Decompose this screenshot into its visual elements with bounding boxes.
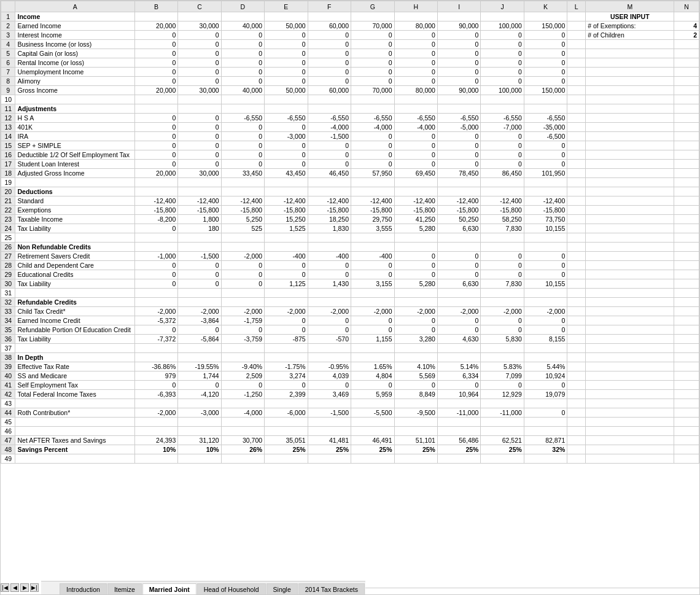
cell-48-c[interactable]: 10% [178,445,221,454]
cell-1-g[interactable] [351,12,394,21]
cell-21-k[interactable]: -12,400 [524,196,567,206]
cell-17-i[interactable]: 0 [437,160,480,169]
cell-42-k[interactable]: 19,079 [524,390,567,399]
cell-48-a[interactable]: Savings Percent [15,445,134,454]
cell-4-b[interactable]: 0 [134,40,177,49]
cell-48-b[interactable]: 10% [134,445,177,454]
cell-18-f[interactable]: 46,450 [308,169,351,178]
cell-47-h[interactable]: 51,101 [394,436,437,445]
cell-4-j[interactable]: 0 [481,40,524,49]
cell-41-k[interactable]: 0 [524,381,567,390]
cell-33-c[interactable]: -2,000 [178,307,221,316]
cell-12-j[interactable]: -6,550 [481,114,524,123]
cell-42-f[interactable]: 3,469 [308,390,351,399]
cell-5-c[interactable]: 0 [178,49,221,58]
cell-5-g[interactable]: 0 [351,49,394,58]
cell-34-i[interactable]: 0 [437,316,480,325]
cell-14-f[interactable]: -1,500 [308,132,351,141]
cell-41-e[interactable]: 0 [265,381,308,390]
cell-24-k[interactable]: 10,155 [524,224,567,233]
cell-13-f[interactable]: -4,000 [308,123,351,132]
cell-6-i[interactable]: 0 [437,58,480,68]
cell-8-j[interactable]: 0 [481,77,524,86]
cell-21-d[interactable]: -12,400 [221,196,264,206]
cell-13-j[interactable]: -7,000 [481,123,524,132]
cell-1-a[interactable]: Income [15,12,134,21]
cell-27-f[interactable]: -400 [308,252,351,261]
cell-21-a[interactable]: Standard [15,196,134,206]
cell-14-g[interactable]: 0 [351,132,394,141]
cell-26-f[interactable] [308,243,351,252]
cell-36-j[interactable]: 5,830 [481,335,524,344]
cell-36-i[interactable]: 4,630 [437,335,480,344]
cell-8-g[interactable]: 0 [351,77,394,86]
cell-39-d[interactable]: -9.40% [221,362,264,371]
cell-20-j[interactable] [481,187,524,196]
cell-9-d[interactable]: 40,000 [221,86,264,95]
cell-23-g[interactable]: 29,750 [351,215,394,224]
cell-39-h[interactable]: 4.10% [394,362,437,371]
cell-30-i[interactable]: 6,630 [437,279,480,289]
cell-27-k[interactable]: 0 [524,252,567,261]
cell-12-g[interactable]: -6,550 [351,114,394,123]
cell-2-i[interactable]: 90,000 [437,21,480,31]
cell-22-h[interactable]: -15,800 [394,206,437,215]
cell-14-d[interactable]: 0 [221,132,264,141]
cell-1-h[interactable] [394,12,437,21]
cell-34-c[interactable]: -3,864 [178,316,221,325]
cell-27-h[interactable]: 0 [394,252,437,261]
cell-33-e[interactable]: -2,000 [265,307,308,316]
cell-32-b[interactable] [134,298,177,307]
cell-24-g[interactable]: 3,555 [351,224,394,233]
cell-12-f[interactable]: -6,550 [308,114,351,123]
cell-6-f[interactable]: 0 [308,58,351,68]
cell-18-a[interactable]: Adjusted Gross Income [15,169,134,178]
cell-41-j[interactable]: 0 [481,381,524,390]
cell-15-g[interactable]: 0 [351,141,394,150]
cell-14-a[interactable]: IRA [15,132,134,141]
cell-30-b[interactable]: 0 [134,279,177,289]
cell-11-j[interactable] [481,104,524,114]
cell-47-j[interactable]: 62,521 [481,436,524,445]
cell-11-d[interactable] [221,104,264,114]
cell-18-h[interactable]: 69,450 [394,169,437,178]
cell-29-b[interactable]: 0 [134,270,177,279]
cell-48-g[interactable]: 25% [351,445,394,454]
cell-42-g[interactable]: 5,959 [351,390,394,399]
cell-26-b[interactable] [134,243,177,252]
cell-34-d[interactable]: -1,759 [221,316,264,325]
cell-42-i[interactable]: 10,964 [437,390,480,399]
tab-nav-last[interactable]: ▶| [30,583,39,592]
cell-15-b[interactable]: 0 [134,141,177,150]
cell-9-a[interactable]: Gross Income [15,86,134,95]
cell-24-b[interactable]: 0 [134,224,177,233]
cell-32-j[interactable] [481,298,524,307]
cell-33-f[interactable]: -2,000 [308,307,351,316]
cell-29-d[interactable]: 0 [221,270,264,279]
cell-6-g[interactable]: 0 [351,58,394,68]
cell-1-d[interactable] [221,12,264,21]
cell-38-b[interactable] [134,353,177,362]
cell-35-j[interactable]: 0 [481,325,524,335]
cell-11-g[interactable] [351,104,394,114]
cell-24-d[interactable]: 525 [221,224,264,233]
cell-2-f[interactable]: 60,000 [308,21,351,31]
cell-40-j[interactable]: 7,099 [481,371,524,381]
cell-20-c[interactable] [178,187,221,196]
cell-42-d[interactable]: -1,250 [221,390,264,399]
cell-38-k[interactable] [524,353,567,362]
cell-20-e[interactable] [265,187,308,196]
cell-34-e[interactable]: 0 [265,316,308,325]
cell-38-g[interactable] [351,353,394,362]
cell-12-d[interactable]: -6,550 [221,114,264,123]
cell-7-g[interactable]: 0 [351,68,394,77]
cell-23-b[interactable]: -8,200 [134,215,177,224]
cell-26-d[interactable] [221,243,264,252]
cell-39-e[interactable]: -1.75% [265,362,308,371]
cell-16-a[interactable]: Deductible 1/2 Of Self Employment Tax [15,150,134,160]
cell-44-d[interactable]: -4,000 [221,408,264,418]
cell-35-f[interactable]: 0 [308,325,351,335]
cell-3-e[interactable]: 0 [265,31,308,40]
cell-9-c[interactable]: 30,000 [178,86,221,95]
cell-12-i[interactable]: -6,550 [437,114,480,123]
